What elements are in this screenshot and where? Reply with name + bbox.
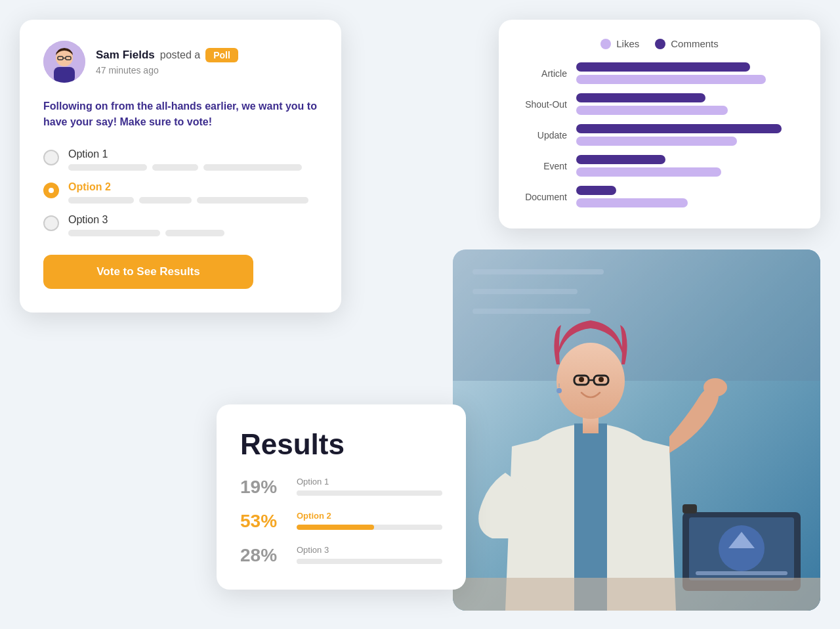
result-right-1: Option 1 — [297, 477, 442, 496]
poll-badge: Poll — [205, 48, 238, 62]
poll-card: Sam Fields posted a Poll 47 minutes ago … — [20, 20, 341, 313]
chart-bars — [576, 124, 799, 146]
result-percent-3: 28% — [240, 545, 286, 566]
chart-label: Update — [520, 130, 567, 141]
result-row-3: 28% Option 3 — [240, 545, 442, 566]
bar-comments — [576, 93, 705, 102]
chart-bars — [576, 155, 799, 177]
bar-likes — [576, 198, 688, 207]
result-option-label-3: Option 3 — [297, 545, 442, 555]
results-title: Results — [240, 428, 442, 461]
result-bar-fill-3 — [297, 559, 337, 564]
svg-rect-1 — [54, 67, 75, 83]
result-percent-2: 53% — [240, 511, 286, 532]
result-row-1: 19% Option 1 — [240, 477, 442, 498]
chart-row-article: Article — [520, 62, 799, 84]
result-right-3: Option 3 — [297, 545, 442, 564]
poll-header-name-row: Sam Fields posted a Poll — [96, 48, 238, 62]
svg-rect-8 — [472, 269, 604, 274]
chart-rows: Article Shout-Out Update Event — [520, 62, 799, 207]
svg-rect-10 — [472, 309, 591, 314]
line — [203, 164, 302, 171]
bar-likes — [576, 137, 737, 146]
chart-bars — [576, 186, 799, 207]
poll-options: Option 1 Option 2 — [43, 148, 318, 236]
bar-likes — [576, 167, 721, 177]
svg-point-17 — [579, 377, 584, 382]
legend-comments: Comments — [655, 38, 719, 49]
posted-text: posted a — [160, 49, 200, 61]
bar-comments — [576, 155, 665, 164]
result-option-label-1: Option 1 — [297, 477, 442, 487]
line — [68, 197, 134, 204]
comments-label: Comments — [671, 38, 719, 49]
svg-rect-27 — [682, 504, 697, 513]
option-2-content: Option 2 — [68, 181, 318, 204]
line — [165, 230, 224, 236]
chart-row-update: Update — [520, 124, 799, 146]
result-bar-fill-2 — [297, 525, 374, 530]
legend-likes: Likes — [600, 38, 639, 49]
comments-dot — [655, 39, 665, 49]
svg-rect-9 — [472, 289, 578, 294]
poll-option-1[interactable]: Option 1 — [43, 148, 318, 171]
result-bar-track-3 — [297, 559, 442, 564]
chart-row-document: Document — [520, 186, 799, 207]
option-3-lines — [68, 230, 318, 236]
option-1-lines — [68, 164, 318, 171]
option-3-label: Option 3 — [68, 214, 318, 226]
likes-label: Likes — [616, 38, 639, 49]
svg-point-18 — [598, 377, 604, 382]
result-right-2: Option 2 — [297, 511, 442, 530]
option-1-content: Option 1 — [68, 148, 318, 171]
option-2-lines — [68, 197, 318, 204]
svg-rect-25 — [696, 571, 788, 575]
chart-row-shoutout: Shout-Out — [520, 93, 799, 115]
result-percent-1: 19% — [240, 477, 286, 498]
option-2-label: Option 2 — [68, 181, 318, 193]
poll-option-2[interactable]: Option 2 — [43, 181, 318, 204]
option-1-label: Option 1 — [68, 148, 318, 160]
results-card: Results 19% Option 1 53% Option 2 28% — [217, 404, 466, 590]
radio-option-2[interactable] — [43, 183, 59, 198]
svg-point-19 — [556, 388, 562, 393]
user-name: Sam Fields — [96, 49, 155, 62]
radio-option-3[interactable] — [43, 215, 59, 231]
line — [68, 230, 160, 236]
chart-bars — [576, 93, 799, 115]
radio-option-1[interactable] — [43, 150, 59, 165]
bar-likes — [576, 75, 766, 84]
bar-likes — [576, 106, 728, 115]
chart-label: Article — [520, 68, 567, 79]
chart-card: Likes Comments Article Shout-Out Update — [499, 20, 820, 228]
time-ago: 47 minutes ago — [96, 65, 238, 76]
bar-comments — [576, 62, 750, 72]
poll-header-text: Sam Fields posted a Poll 47 minutes ago — [96, 48, 238, 76]
photo-card — [453, 249, 820, 611]
chart-label: Shout-Out — [520, 99, 567, 110]
line — [139, 197, 192, 204]
chart-bars — [576, 62, 799, 84]
chart-row-event: Event — [520, 155, 799, 177]
option-3-content: Option 3 — [68, 214, 318, 236]
line — [68, 164, 147, 171]
poll-option-3[interactable]: Option 3 — [43, 214, 318, 236]
likes-dot — [600, 39, 611, 49]
chart-label: Event — [520, 161, 567, 171]
line — [152, 164, 198, 171]
line — [197, 197, 308, 204]
svg-rect-26 — [453, 578, 820, 611]
bar-comments — [576, 186, 616, 195]
result-option-label-2: Option 2 — [297, 511, 442, 521]
poll-description: Following on from the all-hands earlier,… — [43, 98, 318, 130]
result-bar-track-1 — [297, 490, 442, 496]
avatar — [43, 41, 85, 83]
vote-button[interactable]: Vote to See Results — [43, 255, 253, 289]
result-bar-track-2 — [297, 525, 442, 530]
svg-point-21 — [704, 378, 727, 397]
result-rows: 19% Option 1 53% Option 2 28% Option 3 — [240, 477, 442, 566]
result-row-2: 53% Option 2 — [240, 511, 442, 532]
chart-label: Document — [520, 192, 567, 202]
poll-header: Sam Fields posted a Poll 47 minutes ago — [43, 41, 318, 83]
bar-comments — [576, 124, 782, 133]
